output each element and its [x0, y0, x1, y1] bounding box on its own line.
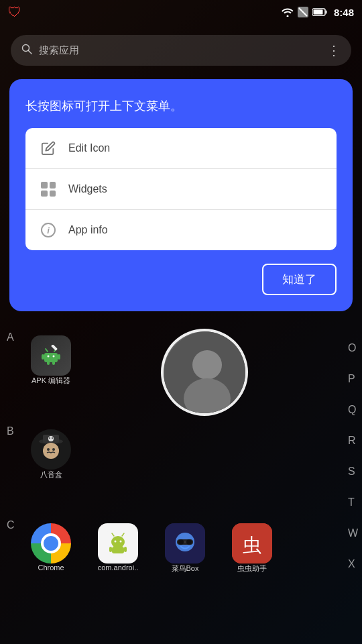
section-label-b: B — [7, 425, 14, 437]
alpha-t[interactable]: T — [348, 496, 358, 508]
app-label-cainiao: 菜鸟Box — [172, 564, 199, 574]
app-label-android: com.androi.. — [98, 564, 139, 572]
svg-line-14 — [46, 349, 48, 352]
bug-icon: 虫 — [232, 523, 272, 564]
menu-item-widgets[interactable]: Widgets — [25, 169, 337, 210]
context-dialog: 长按图标可打开上下文菜单。 Edit Icon Widgets — [9, 79, 353, 311]
android-icon — [98, 523, 138, 564]
more-options-icon[interactable]: ⋮ — [327, 42, 341, 58]
svg-point-30 — [111, 536, 125, 548]
info-icon: i — [39, 221, 58, 239]
app-item-chrome[interactable]: Chrome — [24, 523, 78, 574]
got-it-button[interactable]: 知道了 — [262, 264, 337, 295]
shield-badge: 🛡 — [8, 5, 21, 20]
alpha-q[interactable]: Q — [348, 404, 358, 416]
sim-icon — [298, 7, 308, 17]
battery-icon — [312, 7, 327, 17]
menu-card: Edit Icon Widgets i App info — [25, 128, 337, 250]
svg-point-20 — [48, 436, 54, 441]
svg-point-23 — [43, 443, 59, 459]
svg-rect-10 — [47, 361, 50, 365]
svg-rect-35 — [112, 547, 124, 553]
alpha-w[interactable]: W — [348, 527, 358, 539]
section-label-c: C — [7, 519, 15, 531]
pencil-icon — [39, 139, 58, 158]
svg-text:虫: 虫 — [243, 535, 261, 555]
svg-line-6 — [29, 51, 32, 54]
search-icon — [21, 44, 32, 57]
alpha-p[interactable]: P — [348, 373, 358, 385]
svg-rect-7 — [44, 353, 58, 362]
app-item-bug[interactable]: 虫 虫虫助手 — [225, 523, 279, 574]
app-label-music-box: 八音盒 — [40, 470, 62, 480]
svg-point-25 — [52, 448, 55, 451]
menu-item-app-info[interactable]: i App info — [25, 210, 337, 250]
app-label-bug: 虫虫助手 — [237, 564, 267, 574]
apk-icon — [31, 335, 71, 376]
svg-point-22 — [52, 437, 53, 439]
svg-point-32 — [120, 541, 122, 543]
shield-icon: 🛡 — [8, 5, 21, 19]
section-label-a: A — [7, 331, 14, 343]
circle-avatar — [161, 329, 248, 416]
app-label-chrome: Chrome — [38, 564, 64, 572]
svg-point-41 — [178, 539, 184, 545]
alpha-o[interactable]: O — [348, 342, 358, 354]
svg-rect-11 — [52, 361, 55, 365]
music-icon — [31, 429, 71, 470]
widgets-label: Widgets — [68, 183, 107, 195]
app-item-cainiao[interactable]: 菜鸟Box — [158, 523, 212, 574]
wifi-icon — [282, 7, 294, 17]
svg-point-24 — [47, 448, 50, 451]
alpha-x[interactable]: X — [348, 558, 358, 570]
app-info-label: App info — [68, 224, 108, 236]
search-bar[interactable]: 搜索应用 ⋮ — [11, 35, 351, 66]
svg-point-21 — [49, 437, 50, 439]
status-bar: 🛡 8:48 — [0, 0, 362, 24]
dialog-tip-text: 长按图标可打开上下文菜单。 — [25, 98, 337, 115]
status-time: 8:48 — [334, 7, 354, 18]
cainiao-icon — [165, 523, 205, 564]
svg-rect-8 — [42, 354, 44, 360]
search-placeholder: 搜索应用 — [39, 44, 79, 57]
app-label-apk-editor: APK 编辑器 — [32, 376, 70, 386]
app-item-music-box[interactable]: 八音盒 — [24, 429, 78, 480]
svg-point-42 — [186, 539, 192, 545]
svg-rect-36 — [109, 547, 112, 552]
alpha-r[interactable]: R — [348, 435, 358, 447]
app-item-android[interactable]: com.androi.. — [91, 523, 145, 574]
app-item-apk-editor[interactable]: APK 编辑器 — [24, 335, 78, 386]
edit-icon-label: Edit Icon — [68, 142, 110, 154]
chrome-icon — [31, 523, 71, 564]
svg-rect-16 — [51, 345, 58, 351]
svg-rect-3 — [325, 11, 326, 14]
svg-rect-4 — [313, 10, 322, 15]
status-icons: 8:48 — [282, 7, 354, 18]
svg-rect-37 — [124, 547, 127, 552]
svg-point-12 — [48, 356, 50, 358]
svg-point-13 — [53, 356, 55, 358]
svg-point-31 — [115, 541, 117, 543]
alpha-s[interactable]: S — [348, 466, 358, 478]
svg-point-27 — [192, 350, 222, 380]
widgets-icon — [39, 180, 58, 199]
svg-rect-9 — [58, 354, 60, 360]
menu-item-edit-icon[interactable]: Edit Icon — [25, 128, 337, 169]
